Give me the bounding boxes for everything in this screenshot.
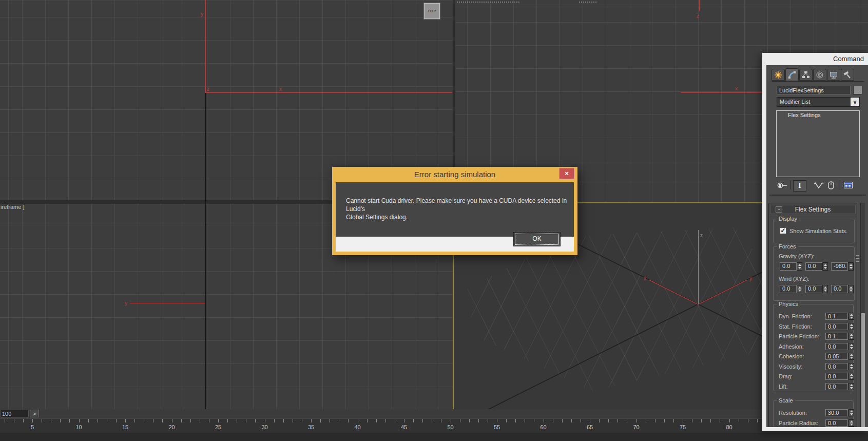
ruler-tick — [646, 419, 646, 423]
spinner[interactable] — [848, 373, 854, 380]
timeline-ruler[interactable]: 5101520253035404550556065707580 — [0, 418, 868, 433]
physics-row: Stat. Friction: 0.0 — [774, 323, 853, 330]
ruler-tick — [14, 419, 14, 423]
spinner[interactable] — [848, 419, 854, 427]
physics-row: Drag: 0.0 — [774, 373, 853, 380]
tab-hierarchy[interactable] — [799, 69, 813, 81]
ruler-tick — [134, 419, 135, 423]
spinner[interactable] — [848, 343, 854, 350]
error-dialog: Error starting simulation × Cannot start… — [332, 167, 577, 255]
tab-motion[interactable] — [813, 69, 826, 81]
ruler-tick — [339, 419, 339, 423]
modifier-list-dropdown[interactable]: Modifier List v — [777, 97, 860, 107]
scrollbar-thumb[interactable] — [861, 313, 865, 427]
physics-row: Cohesion: 0.05 — [774, 353, 853, 360]
spinner[interactable] — [848, 333, 854, 340]
ruler-tick — [599, 419, 600, 423]
collapse-button[interactable]: - — [776, 206, 782, 213]
wind-label: Wind (XYZ): — [779, 276, 809, 282]
ruler-tick — [144, 419, 144, 423]
spinner[interactable] — [848, 409, 854, 416]
display-icon — [830, 71, 838, 79]
scale-row: Resolution: 30.0 — [774, 409, 853, 416]
ruler-frame-label: 50 — [447, 424, 453, 430]
show-simulation-stats-checkbox[interactable]: ✓ — [780, 227, 786, 234]
spinner[interactable] — [822, 262, 828, 271]
spinner[interactable] — [797, 285, 802, 293]
ruler-tick — [515, 419, 516, 423]
scale-group: Scale Resolution: 30.0 Particle Radius: … — [773, 400, 854, 427]
tab-modify[interactable] — [785, 68, 799, 81]
show-end-result-button[interactable]: I — [793, 180, 806, 191]
spinner[interactable] — [797, 262, 802, 271]
rollout-scroll-grip[interactable] — [856, 255, 859, 262]
modifier-list-label: Modifier List — [780, 99, 810, 105]
spinner[interactable] — [848, 313, 854, 320]
ruler-tick — [590, 419, 590, 423]
remove-modifier-icon[interactable] — [826, 180, 836, 190]
tab-utilities[interactable] — [841, 69, 854, 81]
ruler-tick — [627, 419, 627, 423]
configure-modifier-sets-icon[interactable] — [843, 180, 854, 190]
ruler-tick — [330, 419, 330, 423]
object-name-field[interactable]: LucidFlexSettings — [777, 86, 851, 94]
ruler-tick — [636, 419, 637, 423]
gravity-label: Gravity (XYZ): — [779, 253, 815, 259]
ruler-tick — [497, 419, 497, 423]
ruler-tick — [544, 419, 544, 423]
panel-scrollbar[interactable] — [860, 203, 865, 427]
frame-number-field[interactable]: 100 — [0, 410, 29, 417]
modify-icon — [788, 71, 796, 79]
spinner[interactable] — [848, 323, 854, 330]
ruler-tick — [265, 419, 265, 423]
modifier-stack-toolbar: I — [766, 179, 868, 191]
modifier-stack-list[interactable]: Flex Settings — [776, 110, 860, 177]
make-unique-icon[interactable] — [814, 180, 824, 190]
ruler-tick — [720, 419, 720, 423]
physics-row: Viscosity: 0.0 — [774, 363, 853, 370]
ruler-frame-label: 10 — [75, 424, 82, 430]
ruler-tick — [673, 419, 674, 423]
command-panel-body: LucidFlexSettings Modifier List v Flex S… — [766, 65, 868, 427]
tab-display[interactable] — [827, 69, 840, 81]
ruler-tick — [32, 419, 33, 423]
dialog-message-line2: Global Settings dialog. — [346, 213, 574, 221]
chevron-down-icon[interactable]: v — [851, 98, 859, 106]
ruler-tick — [413, 419, 414, 423]
ruler-tick — [190, 419, 191, 423]
ruler-tick — [255, 419, 256, 423]
ruler-frame-label: 20 — [168, 424, 175, 430]
ruler-tick — [116, 419, 117, 423]
ruler-tick — [348, 419, 349, 423]
command-panel: Command — [762, 53, 868, 431]
ruler-tick — [51, 419, 51, 423]
dialog-title: Error starting simulation — [332, 167, 577, 182]
ok-button[interactable]: OK — [513, 232, 561, 246]
ruler-tick — [710, 419, 711, 423]
create-icon — [774, 71, 782, 79]
spinner[interactable] — [848, 363, 854, 370]
object-color-swatch[interactable] — [853, 86, 862, 94]
next-frame-button[interactable]: > — [30, 410, 39, 417]
ruler-tick — [5, 419, 5, 423]
rollout-header[interactable]: - Flex Settings — [770, 205, 856, 214]
dialog-close-button[interactable]: × — [559, 168, 574, 179]
spinner[interactable] — [848, 262, 854, 271]
ruler-tick — [553, 419, 553, 423]
ruler-tick — [23, 419, 24, 423]
ruler-tick — [209, 419, 209, 423]
spinner[interactable] — [822, 285, 828, 293]
ruler-tick — [534, 419, 534, 423]
flex-settings-rollout: - Flex Settings Display ✓ Show Simulatio… — [768, 203, 857, 427]
physics-row: Dyn. Friction: 0.1 — [774, 313, 853, 320]
stack-item-flex-settings[interactable]: Flex Settings — [777, 111, 859, 118]
viewport-label-clipped[interactable]: ireframe ] — [1, 204, 24, 210]
ruler-tick — [441, 419, 441, 423]
spinner[interactable] — [848, 353, 854, 360]
tab-create[interactable] — [771, 69, 785, 81]
pin-stack-icon[interactable] — [777, 180, 788, 190]
toolbar-separator — [840, 180, 840, 189]
top-view-object-box[interactable]: TOP — [423, 3, 440, 20]
spinner[interactable] — [848, 285, 854, 293]
spinner[interactable] — [848, 383, 854, 390]
